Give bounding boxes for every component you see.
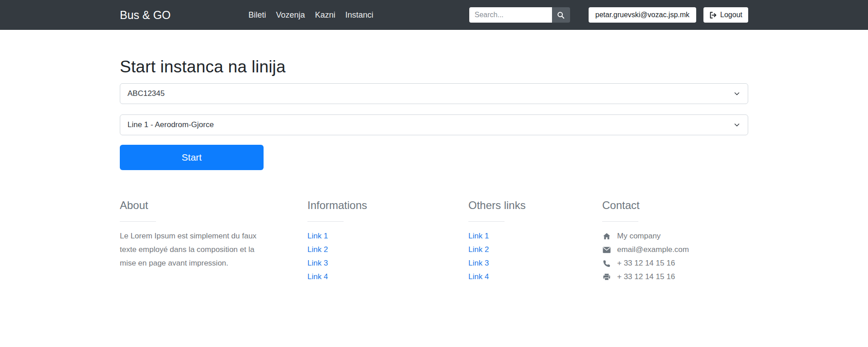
nav-link-bileti[interactable]: Bileti: [249, 10, 266, 20]
list-item: Link 4: [307, 270, 468, 284]
footer: About Le Lorem Ipsum est simplement du f…: [120, 170, 748, 284]
search-icon: [557, 11, 565, 19]
printer-icon: [602, 273, 611, 281]
contact-item-phone: + 33 12 14 15 16: [602, 257, 748, 270]
navbar: Bus & GO Bileti Vozenja Kazni Instanci p…: [0, 0, 868, 30]
list-item: Link 2: [307, 243, 468, 257]
search-button[interactable]: [552, 7, 570, 23]
footer-others-title: Others links: [468, 199, 602, 212]
brand-link[interactable]: Bus & GO: [120, 9, 171, 22]
main-nav: Bileti Vozenja Kazni Instanci: [249, 10, 373, 20]
search-form: [469, 7, 570, 23]
page-title: Start instanca na linija: [120, 57, 748, 76]
logout-button[interactable]: Logout: [703, 7, 748, 23]
footer-link[interactable]: Link 2: [307, 245, 328, 254]
logout-label: Logout: [720, 11, 742, 19]
divider: [602, 221, 638, 222]
footer-informations-column: Informations Link 1 Link 2 Link 3 Link 4: [307, 199, 468, 284]
contact-fax-text: + 33 12 14 15 16: [617, 272, 675, 281]
envelope-icon: [602, 247, 611, 253]
chevron-down-icon: [733, 90, 741, 97]
user-email-badge: petar.gruevski@vozac.jsp.mk: [589, 7, 696, 23]
footer-contact-column: Contact My company: [602, 199, 748, 284]
footer-about-title: About: [120, 199, 307, 212]
contact-item-email: email@example.com: [602, 243, 748, 257]
vehicle-select[interactable]: ABC12345: [120, 83, 748, 104]
list-item: Link 4: [468, 270, 602, 284]
footer-about-text: Le Lorem Ipsum est simplement du faux te…: [120, 229, 262, 270]
home-icon: [602, 233, 611, 240]
divider: [120, 221, 156, 222]
footer-link[interactable]: Link 1: [468, 232, 489, 240]
contact-phone-text: + 33 12 14 15 16: [617, 259, 675, 268]
list-item: Link 1: [307, 229, 468, 243]
footer-link[interactable]: Link 4: [468, 272, 489, 281]
main-content: Start instanca na linija ABC12345 Line 1…: [120, 30, 748, 170]
nav-link-kazni[interactable]: Kazni: [315, 10, 335, 20]
start-button[interactable]: Start: [120, 145, 264, 170]
vehicle-select-value: ABC12345: [127, 89, 165, 98]
contact-company-text: My company: [617, 232, 660, 241]
footer-link[interactable]: Link 2: [468, 245, 489, 254]
line-select[interactable]: Line 1 - Aerodrom-Gjorce: [120, 114, 748, 135]
contact-email-text: email@example.com: [617, 245, 689, 254]
footer-link[interactable]: Link 3: [307, 259, 328, 267]
footer-link[interactable]: Link 3: [468, 259, 489, 267]
footer-informations-title: Informations: [307, 199, 468, 212]
divider: [307, 221, 344, 222]
footer-contact-title: Contact: [602, 199, 748, 212]
list-item: Link 3: [468, 257, 602, 270]
contact-item-fax: + 33 12 14 15 16: [602, 270, 748, 284]
phone-icon: [602, 260, 611, 267]
chevron-down-icon: [733, 121, 741, 128]
list-item: Link 2: [468, 243, 602, 257]
line-select-value: Line 1 - Aerodrom-Gjorce: [127, 120, 214, 129]
nav-link-vozenja[interactable]: Vozenja: [276, 10, 305, 20]
footer-about-column: About Le Lorem Ipsum est simplement du f…: [120, 199, 307, 284]
list-item: Link 1: [468, 229, 602, 243]
nav-link-instanci[interactable]: Instanci: [345, 10, 373, 20]
logout-icon: [709, 11, 717, 19]
search-input[interactable]: [469, 7, 552, 23]
list-item: Link 3: [307, 257, 468, 270]
contact-item-company: My company: [602, 229, 748, 243]
footer-link[interactable]: Link 4: [307, 272, 328, 281]
footer-others-column: Others links Link 1 Link 2 Link 3 Link 4: [468, 199, 602, 284]
divider: [468, 221, 505, 222]
footer-link[interactable]: Link 1: [307, 232, 328, 240]
